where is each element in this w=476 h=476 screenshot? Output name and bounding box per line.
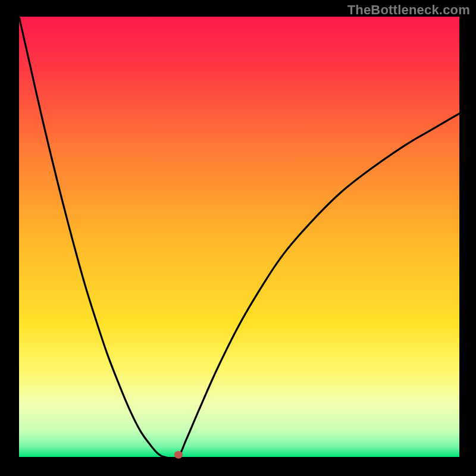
chart-frame: TheBottleneck.com xyxy=(0,0,476,476)
bottleneck-chart xyxy=(0,0,476,476)
optimum-marker xyxy=(174,451,183,459)
plot-background xyxy=(19,17,459,457)
